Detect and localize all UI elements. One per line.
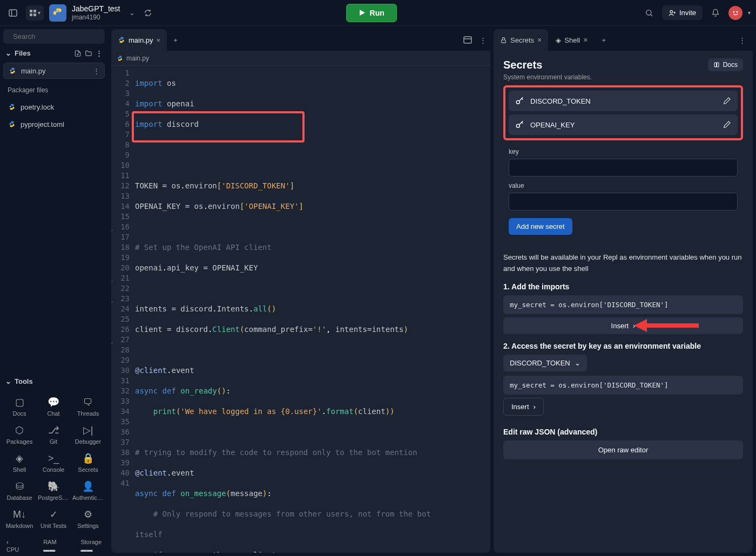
search-input[interactable] bbox=[13, 32, 104, 40]
tool-threads[interactable]: 🗨Threads bbox=[71, 393, 105, 420]
tool-postgresql[interactable]: 🐘PostgreSQL bbox=[37, 477, 70, 504]
chevron-right-icon[interactable]: › bbox=[6, 539, 9, 545]
sidebar-search[interactable] bbox=[3, 29, 105, 44]
file-label: main.py bbox=[21, 67, 46, 75]
new-folder-icon[interactable] bbox=[85, 50, 92, 57]
line-gutter: 12345 678910 1112131415 16⌄17181920 21⌄2… bbox=[111, 66, 135, 553]
insert-label: Insert bbox=[511, 403, 529, 411]
python-file-icon bbox=[118, 36, 125, 44]
tool-docs[interactable]: ▢Docs bbox=[3, 393, 36, 420]
tab-secrets[interactable]: Secrets × bbox=[494, 29, 548, 51]
python-file-icon bbox=[117, 55, 123, 62]
secret-name: DISCORD_TOKEN bbox=[530, 97, 717, 105]
code-body[interactable]: import os import openai import discord T… bbox=[135, 66, 435, 553]
chevron-down-icon: ⌄ bbox=[5, 377, 11, 385]
chevron-right-icon: › bbox=[534, 403, 536, 411]
svg-point-6 bbox=[56, 9, 57, 10]
chevron-right-icon: › bbox=[633, 322, 635, 330]
bell-icon[interactable] bbox=[708, 5, 723, 21]
breadcrumb: main.py bbox=[111, 51, 490, 66]
svg-rect-2 bbox=[30, 10, 32, 12]
add-secret-button[interactable]: Add new secret bbox=[509, 218, 572, 235]
breadcrumb-file: main.py bbox=[126, 55, 149, 62]
tab-shell[interactable]: ◈ Shell × bbox=[549, 29, 594, 51]
new-file-icon[interactable] bbox=[74, 50, 82, 57]
invite-button[interactable]: Invite bbox=[662, 5, 703, 20]
run-label: Run bbox=[370, 9, 384, 17]
secret-row-openai[interactable]: OPENAI_KEY bbox=[509, 114, 738, 135]
svg-point-11 bbox=[737, 11, 738, 12]
secrets-title: Secrets bbox=[503, 59, 542, 71]
step-1-title: 1. Add the imports bbox=[503, 282, 743, 291]
tab-main-py[interactable]: main.py × bbox=[111, 29, 167, 51]
close-icon[interactable]: × bbox=[583, 36, 588, 44]
run-button[interactable]: Run bbox=[346, 4, 397, 22]
chevron-down-icon[interactable]: ⌄ bbox=[129, 9, 135, 17]
tool-secrets[interactable]: 🔒Secrets bbox=[71, 449, 105, 476]
insert-button-1[interactable]: Insert › bbox=[503, 317, 743, 334]
value-input[interactable] bbox=[509, 193, 738, 211]
packager-files-label: Packager files bbox=[3, 83, 105, 97]
open-raw-editor-button[interactable]: Open raw editor bbox=[503, 440, 743, 459]
file-main-py[interactable]: main.py ⋮ bbox=[3, 63, 105, 79]
tool-chat[interactable]: 💬Chat bbox=[37, 393, 70, 420]
stats-row: ›CPU RAM▬▬ Storage▬▬ bbox=[3, 537, 105, 553]
avatar[interactable] bbox=[728, 6, 742, 20]
tools-label: Tools bbox=[15, 377, 33, 385]
key-icon bbox=[515, 120, 525, 130]
svg-point-18 bbox=[516, 124, 519, 127]
python-file-icon bbox=[8, 66, 17, 75]
token-dropdown[interactable]: DISCORD_TOKEN ⌄ bbox=[503, 355, 587, 371]
tool-markdown[interactable]: M↓Markdown bbox=[3, 505, 36, 532]
tool-unit-tests[interactable]: ✓Unit Tests bbox=[37, 505, 70, 532]
tool-git[interactable]: ⎇Git bbox=[37, 421, 70, 448]
files-section-header[interactable]: ⌄ Files ⋮ bbox=[3, 46, 105, 60]
grid-menu-icon[interactable]: ▾ bbox=[26, 5, 44, 21]
more-icon[interactable]: ⋮ bbox=[93, 67, 100, 75]
raw-json-title: Edit raw JSON (advanced) bbox=[503, 428, 743, 436]
more-icon[interactable]: ⋮ bbox=[96, 49, 103, 57]
insert-label: Insert bbox=[611, 322, 629, 330]
sync-icon[interactable] bbox=[140, 5, 156, 21]
python-file-icon bbox=[8, 103, 16, 111]
tool-settings[interactable]: ⚙Settings bbox=[71, 505, 105, 532]
svg-point-17 bbox=[516, 100, 519, 104]
key-input[interactable] bbox=[509, 159, 738, 177]
svg-rect-3 bbox=[33, 10, 36, 12]
svg-point-7 bbox=[646, 10, 651, 15]
file-poetry-lock[interactable]: poetry.lock bbox=[3, 99, 105, 114]
tool-authentication[interactable]: 👤Authenticati… bbox=[71, 477, 105, 504]
close-icon[interactable]: × bbox=[157, 36, 161, 44]
tool-console[interactable]: >_Console bbox=[37, 449, 70, 476]
tool-packages[interactable]: ⬡Packages bbox=[3, 421, 36, 448]
svg-point-9 bbox=[670, 10, 673, 13]
layout-icon[interactable] bbox=[460, 32, 475, 48]
search-icon[interactable] bbox=[642, 5, 657, 21]
panel-toggle-icon[interactable] bbox=[5, 5, 21, 21]
book-icon bbox=[713, 62, 720, 68]
svg-point-10 bbox=[733, 11, 735, 12]
more-icon[interactable]: ⋮ bbox=[734, 32, 750, 48]
docs-button[interactable]: Docs bbox=[708, 58, 743, 71]
secrets-info: Secrets will be available in your Repl a… bbox=[503, 252, 743, 275]
add-tab-button[interactable]: + bbox=[595, 36, 612, 44]
edit-icon[interactable] bbox=[723, 97, 731, 105]
tool-debugger[interactable]: ▷|Debugger bbox=[71, 421, 105, 448]
key-icon bbox=[515, 96, 525, 106]
secret-row-discord[interactable]: DISCORD_TOKEN bbox=[509, 91, 738, 111]
insert-button-2[interactable]: Insert › bbox=[503, 398, 544, 416]
tool-shell[interactable]: ◈Shell bbox=[3, 449, 36, 476]
value-label: value bbox=[509, 182, 738, 189]
file-pyproject-toml[interactable]: pyproject.toml bbox=[3, 117, 105, 132]
edit-icon[interactable] bbox=[723, 120, 731, 129]
tool-database[interactable]: ⛁Database bbox=[3, 477, 36, 504]
tools-section-header[interactable]: ⌄ Tools bbox=[3, 374, 105, 389]
add-tab-button[interactable]: + bbox=[167, 36, 184, 44]
svg-rect-4 bbox=[30, 13, 32, 16]
docs-label: Docs bbox=[723, 61, 738, 69]
more-icon[interactable]: ⋮ bbox=[475, 32, 490, 48]
secrets-highlight-annotation: DISCORD_TOKEN OPENAI_KEY bbox=[503, 85, 743, 140]
project-info[interactable]: JabeGPT_test jman4190 bbox=[72, 4, 120, 21]
chevron-down-icon[interactable]: ▾ bbox=[748, 10, 751, 16]
close-icon[interactable]: × bbox=[537, 36, 542, 44]
